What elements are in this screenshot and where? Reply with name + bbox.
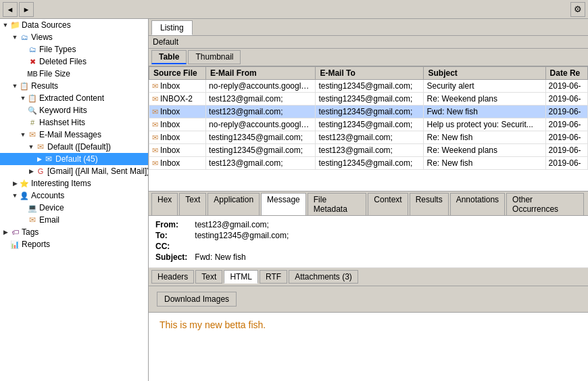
sidebar-item-accounts[interactable]: ▼👤Accounts [0, 189, 148, 202]
view-tab-table[interactable]: Table [151, 50, 187, 64]
bottom-tab-other-occurrences[interactable]: Other Occurrences [506, 193, 584, 215]
sidebar-item-interesting-items[interactable]: ▶⭐Interesting Items [0, 177, 148, 189]
star-icon: ⭐ [19, 178, 30, 189]
download-images-button[interactable]: Download Images [157, 292, 237, 307]
expand-icon[interactable]: ▶ [27, 167, 35, 175]
sidebar-item-email-messages[interactable]: ▼✉E-Mail Messages [0, 129, 148, 141]
sidebar-item-results[interactable]: ▼📋Results [0, 80, 148, 92]
cell-to: test123@gmail.com; [316, 131, 424, 144]
sidebar-item-label: Results [31, 81, 58, 91]
cell-date: 2019-06- [545, 80, 587, 93]
cell-date: 2019-06- [545, 131, 587, 144]
expand-icon[interactable]: ▼ [11, 82, 19, 90]
sidebar-item-extracted-content[interactable]: ▼📋Extracted Content [0, 92, 148, 104]
col-header-subject[interactable]: Subject [424, 67, 545, 80]
view-tab-thumbnail[interactable]: Thumbnail [188, 50, 241, 64]
table-row[interactable]: ✉Inboxtest123@gmail.com;testing12345@gma… [149, 157, 588, 170]
hash-icon: # [27, 117, 38, 128]
cell-to: testing12345@gmail.com; [316, 106, 424, 118]
from-line: From: test123@gmail.com; [155, 220, 581, 229]
col-header-e-mail-to[interactable]: E-Mail To [316, 67, 424, 80]
bottom-tab-hex[interactable]: Hex [151, 193, 178, 215]
sidebar-item-file-size[interactable]: MBFile Size [0, 68, 148, 80]
bottom-tab-annotations[interactable]: Annotations [450, 193, 505, 215]
cell-date: 2019-06- [545, 144, 587, 157]
html-tab-attachments--3-[interactable]: Attachments (3) [289, 270, 358, 284]
html-tab-text[interactable]: Text [195, 270, 222, 284]
expand-icon[interactable]: ▼ [19, 131, 27, 139]
from-label: From: [155, 220, 193, 229]
from-value: test123@gmail.com; [195, 220, 269, 229]
settings-button[interactable]: ⚙ [570, 2, 585, 17]
email-table-container[interactable]: Source FileE-Mail FromE-Mail ToSubjectDa… [149, 66, 588, 192]
expand-icon[interactable] [19, 70, 27, 78]
table-row[interactable]: ✉INBOX-2test123@gmail.com;testing12345@g… [149, 93, 588, 106]
expand-icon[interactable] [19, 106, 27, 114]
forward-button[interactable]: ► [19, 2, 34, 17]
sidebar-item-views[interactable]: ▼🗂Views [0, 31, 148, 43]
bottom-tab-results[interactable]: Results [410, 193, 449, 215]
cell-to: testing12345@gmail.com; [316, 157, 424, 170]
bottom-tab-file-metadata[interactable]: File Metadata [308, 193, 367, 215]
sidebar-item-label: Tags [22, 227, 39, 237]
bottom-tab-context[interactable]: Context [368, 193, 408, 215]
sidebar-item-data-sources[interactable]: ▼📁Data Sources [0, 19, 148, 31]
expand-icon[interactable]: ▼ [11, 192, 19, 200]
sidebar-item-email-account[interactable]: ✉Email [0, 214, 148, 226]
expand-icon[interactable]: ▼ [11, 33, 19, 41]
sidebar-item-gmail-all[interactable]: ▶G[Gmail] ([All Mail, Sent Mail]) [0, 165, 148, 177]
email-icon: ✉ [43, 154, 54, 164]
email-icon: ✉ [152, 146, 158, 154]
device-icon: 💻 [27, 202, 38, 213]
sidebar-item-file-types[interactable]: 🗂File Types [0, 43, 148, 55]
html-tab-headers[interactable]: Headers [151, 270, 194, 284]
bottom-tab-text[interactable]: Text [179, 193, 206, 215]
expand-icon[interactable]: ▼ [27, 143, 35, 151]
sidebar-item-reports[interactable]: 📊Reports [0, 238, 148, 250]
sidebar-item-label: Default (45) [55, 154, 98, 164]
col-header-source-file[interactable]: Source File [149, 67, 206, 80]
to-label: To: [155, 231, 193, 240]
cell-subject: Fwd: New fish [424, 106, 545, 118]
expand-icon[interactable] [19, 118, 27, 127]
expand-icon[interactable] [19, 204, 27, 212]
sidebar-item-deleted-files[interactable]: ✖Deleted Files [0, 55, 148, 68]
cell-date: 2019-06- [545, 157, 587, 170]
col-header-date-re[interactable]: Date Re [545, 67, 587, 80]
sidebar-item-hashset-hits[interactable]: #Hashset Hits [0, 116, 148, 129]
views-icon: 🗂 [27, 44, 38, 55]
sidebar-item-tags[interactable]: ▶🏷Tags [0, 226, 148, 238]
table-row[interactable]: ✉Inboxno-reply@accounts.google.com;testi… [149, 80, 588, 93]
bottom-tab-message[interactable]: Message [261, 193, 306, 215]
expand-icon[interactable]: ▶ [11, 179, 19, 187]
cell-date: 2019-06- [545, 106, 587, 118]
back-button[interactable]: ◄ [3, 2, 18, 17]
table-row[interactable]: ✉Inboxno-reply@accounts.google.com;testi… [149, 118, 588, 131]
sidebar-item-device[interactable]: 💻Device [0, 202, 148, 214]
html-tab-rtf[interactable]: RTF [260, 270, 287, 284]
cell-subject: Re: New fish [424, 157, 545, 170]
listing-tab[interactable]: Listing [151, 20, 193, 35]
table-row[interactable]: ✉Inboxtesting12345@gmail.com;test123@gma… [149, 144, 588, 157]
listing-tab-bar: Listing [149, 19, 588, 36]
table-row[interactable]: ✉Inboxtest123@gmail.com;testing12345@gma… [149, 106, 588, 118]
table-row[interactable]: ✉Inboxtesting12345@gmail.com;test123@gma… [149, 131, 588, 144]
sidebar-item-label: [Gmail] ([All Mail, Sent Mail]) [47, 166, 149, 176]
expand-icon[interactable]: ▼ [1, 21, 9, 29]
html-tab-html[interactable]: HTML [224, 270, 258, 284]
expand-icon[interactable]: ▼ [19, 94, 27, 102]
email-icon: ✉ [152, 82, 158, 90]
expand-icon[interactable] [19, 45, 27, 53]
col-header-e-mail-from[interactable]: E-Mail From [206, 67, 316, 80]
expand-icon[interactable] [19, 216, 27, 224]
sidebar-item-default-45[interactable]: ▶✉Default (45) [0, 153, 148, 165]
cc-line: CC: [155, 242, 581, 251]
sidebar-item-label: Device [39, 203, 64, 212]
expand-icon[interactable]: ▶ [1, 228, 9, 236]
expand-icon[interactable]: ▶ [35, 155, 43, 163]
sidebar-item-default-default[interactable]: ▼✉Default ([Default]) [0, 141, 148, 153]
expand-icon[interactable] [1, 240, 9, 248]
expand-icon[interactable] [19, 58, 27, 66]
bottom-tab-application[interactable]: Application [207, 193, 260, 215]
sidebar-item-keyword-hits[interactable]: 🔍Keyword Hits [0, 104, 148, 116]
